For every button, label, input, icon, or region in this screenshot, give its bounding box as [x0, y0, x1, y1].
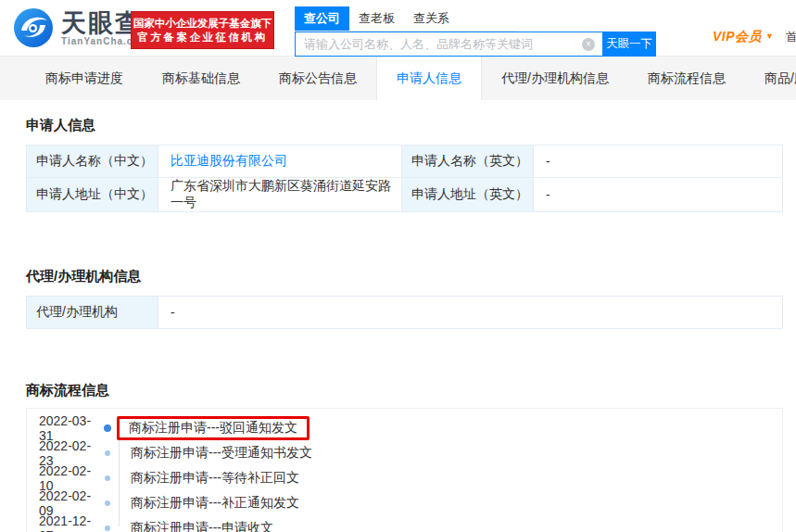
timeline-dot-icon [104, 450, 111, 457]
gov-certification-badge: 国家中小企业发展子基金旗下 官方备案企业征信机构 [131, 11, 274, 49]
search-tab-relation[interactable]: 查关系 [404, 6, 459, 31]
search-tab-company[interactable]: 查公司 [295, 6, 349, 31]
search-tab-boss[interactable]: 查老板 [349, 6, 404, 31]
agency-info-table: 代理/办理机构 - [26, 296, 783, 329]
flow-item: 2022-03-31 商标注册申请---驳回通知发文 [27, 415, 782, 440]
applicant-address-cn-label: 申请人地址（中文） [27, 178, 158, 212]
tab-applicant-info[interactable]: 申请人信息 [376, 57, 482, 100]
main-content: 申请人信息 申请人名称（中文） 比亚迪股份有限公司 申请人名称（英文） - 申请… [0, 117, 796, 532]
applicant-section-title: 申请人信息 [26, 117, 783, 134]
timeline-dot-icon [104, 475, 111, 482]
agency-label: 代理/办理机构 [27, 297, 158, 329]
applicant-name-cn-label: 申请人名称（中文） [27, 146, 158, 178]
flow-item-text-highlighted: 商标注册申请---驳回通知发文 [117, 416, 310, 440]
tab-trademark-announcement[interactable]: 商标公告信息 [259, 57, 376, 100]
table-row: 代理/办理机构 - [27, 297, 783, 329]
search-block: 查公司 查老板 查关系 × 天眼一下 [295, 6, 656, 57]
vip-member-link[interactable]: VIP会员 ▼ [713, 29, 774, 45]
flow-item: 2022-02-09 商标注册申请---补正通知发文 [27, 490, 782, 515]
flow-item-text: 商标注册申请---申请收文 [131, 520, 273, 532]
applicant-info-table: 申请人名称（中文） 比亚迪股份有限公司 申请人名称（英文） - 申请人地址（中文… [26, 145, 783, 212]
applicant-name-en-value: - [534, 146, 783, 178]
timeline-dot-icon [104, 525, 111, 532]
timeline-dot-icon [104, 500, 111, 507]
flow-item-text: 商标注册申请---补正通知发文 [131, 495, 299, 512]
chevron-down-icon: ▼ [765, 32, 774, 41]
flow-item: 2022-02-23 商标注册申请---受理通知书发文 [27, 440, 782, 465]
header-clipped-link[interactable]: 首 [786, 29, 796, 45]
table-row: 申请人地址（中文） 广东省深圳市大鹏新区葵涌街道延安路一号 申请人地址（英文） … [27, 178, 783, 212]
search-type-tabs: 查公司 查老板 查关系 [295, 6, 517, 32]
tab-trademark-basic-info[interactable]: 商标基础信息 [143, 57, 259, 100]
agency-value: - [158, 297, 783, 329]
flow-item-text: 商标注册申请---受理通知书发文 [131, 445, 312, 462]
flow-section-title: 商标流程信息 [26, 382, 783, 399]
flow-item-date: 2021-12-27 [27, 513, 104, 532]
applicant-address-en-value: - [534, 178, 783, 212]
applicant-name-en-label: 申请人名称（英文） [402, 146, 534, 178]
badge-line1: 国家中小企业发展子基金旗下 [132, 17, 273, 31]
search-input[interactable] [295, 32, 602, 57]
tab-trademark-progress[interactable]: 商标申请进度 [26, 57, 143, 100]
tab-trademark-flow[interactable]: 商标流程信息 [628, 57, 745, 100]
flow-item: 2021-12-27 商标注册申请---申请收文 [27, 515, 782, 532]
timeline-dot-icon [104, 424, 111, 432]
search-button[interactable]: 天眼一下 [602, 32, 656, 57]
applicant-address-en-label: 申请人地址（英文） [402, 178, 534, 212]
applicant-address-cn-value: 广东省深圳市大鹏新区葵涌街道延安路一号 [158, 178, 402, 212]
page-header: 天眼查 TianYanCha.com 国家中小企业发展子基金旗下 官方备案企业征… [0, 0, 796, 57]
tianyancha-logo[interactable]: 天眼查 TianYanCha.com [13, 7, 148, 48]
clear-search-icon[interactable]: × [582, 38, 595, 51]
flow-item: 2022-02-10 商标注册申请---等待补正回文 [27, 465, 782, 490]
company-link[interactable]: 比亚迪股份有限公司 [171, 153, 287, 168]
tab-goods-services[interactable]: 商品/服务项目 [745, 57, 796, 100]
table-row: 申请人名称（中文） 比亚迪股份有限公司 申请人名称（英文） - [27, 146, 783, 178]
tab-agency-info[interactable]: 代理/办理机构信息 [482, 57, 628, 100]
badge-line2: 官方备案企业征信机构 [132, 31, 273, 44]
vip-label: VIP会员 [713, 29, 762, 44]
agency-section-title: 代理/办理机构信息 [26, 268, 783, 285]
tianyancha-swirl-icon [13, 7, 54, 48]
section-tab-bar: 商标申请进度 商标基础信息 商标公告信息 申请人信息 代理/办理机构信息 商标流… [0, 57, 796, 100]
applicant-name-cn-value: 比亚迪股份有限公司 [158, 146, 402, 178]
flow-item-text: 商标注册申请---等待补正回文 [131, 470, 299, 487]
trademark-flow-timeline: 2022-03-31 商标注册申请---驳回通知发文 2022-02-23 商标… [26, 408, 783, 532]
